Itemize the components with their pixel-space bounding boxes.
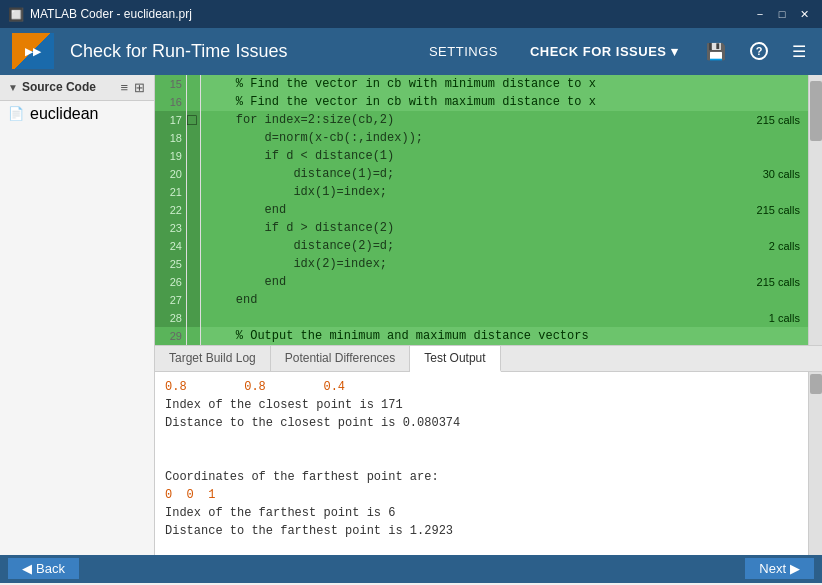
code-line-25: 25 idx(2)=index; — [155, 255, 808, 273]
next-label: Next — [759, 561, 786, 576]
next-arrow-icon: ▶ — [790, 561, 800, 576]
code-line-27: 27 end — [155, 291, 808, 309]
tab-test-output[interactable]: Test Output — [410, 346, 500, 372]
menu-button[interactable]: ☰ — [788, 38, 810, 65]
code-line-16: 16 % Find the vector in cb with maximum … — [155, 93, 808, 111]
code-line-17: 17□ for index=2:size(cb,2)215 calls — [155, 111, 808, 129]
matlab-logo: ▶▶ — [12, 33, 54, 69]
maximize-button[interactable]: □ — [772, 5, 792, 23]
next-button[interactable]: Next ▶ — [745, 558, 814, 579]
sidebar-item-euclidean[interactable]: 📄 euclidean — [0, 101, 154, 127]
back-button[interactable]: ◀ Back — [8, 558, 79, 579]
bottom-bar: ◀ Back Next ▶ — [0, 555, 822, 583]
code-lines: 15 % Find the vector in cb with minimum … — [155, 75, 808, 345]
code-line-22: 22 end215 calls — [155, 201, 808, 219]
settings-button[interactable]: SETTINGS — [421, 40, 506, 63]
code-line-21: 21 idx(1)=index; — [155, 183, 808, 201]
code-line-23: 23 if d > distance(2) — [155, 219, 808, 237]
back-label: Back — [36, 561, 65, 576]
sidebar-list-view-button[interactable]: ≡ — [119, 79, 129, 96]
code-line-29: 29 % Output the minimum and maximum dist… — [155, 327, 808, 345]
back-arrow-icon: ◀ — [22, 561, 32, 576]
output-line: Coordinates of the farthest point are: — [165, 468, 798, 486]
check-issues-label: CHECK FOR ISSUES — [530, 44, 667, 59]
tab-vscrollbar-thumb — [810, 374, 822, 394]
output-line: 0 0 1 — [165, 486, 798, 504]
tabs-header: Target Build Log Potential Differences T… — [155, 346, 822, 372]
title-bar-icon: 🔲 — [8, 7, 24, 22]
output-line — [165, 432, 798, 450]
code-line-18: 18 d=norm(x-cb(:,index)); — [155, 129, 808, 147]
output-line: Index of the closest point is 171 — [165, 396, 798, 414]
output-line: 0.8 0.8 0.4 — [165, 378, 798, 396]
help-button[interactable]: ? — [746, 38, 772, 64]
sidebar-expand-icon: ▼ — [8, 82, 18, 93]
sidebar: ▼ Source Code ≡ ⊞ 📄 euclidean — [0, 75, 155, 555]
code-area: 15 % Find the vector in cb with minimum … — [155, 75, 822, 345]
output-line: Distance to the farthest point is 1.2923 — [165, 522, 798, 540]
tab-potential-differences[interactable]: Potential Differences — [271, 346, 411, 371]
tab-target-build-log[interactable]: Target Build Log — [155, 346, 271, 371]
code-vscrollbar[interactable] — [808, 75, 822, 345]
tab-content: 0.8 0.8 0.4Index of the closest point is… — [155, 372, 822, 555]
editor-panel: 15 % Find the vector in cb with minimum … — [155, 75, 822, 555]
code-line-20: 20 distance(1)=d;30 calls — [155, 165, 808, 183]
code-line-15: 15 % Find the vector in cb with minimum … — [155, 75, 808, 93]
output-line — [165, 450, 798, 468]
sidebar-item-file-icon: 📄 — [8, 106, 24, 121]
save-button[interactable]: 💾 — [702, 38, 730, 65]
sidebar-item-label: euclidean — [30, 105, 99, 123]
code-line-28: 281 calls — [155, 309, 808, 327]
test-output-area[interactable]: 0.8 0.8 0.4Index of the closest point is… — [155, 372, 808, 555]
code-line-26: 26 end215 calls — [155, 273, 808, 291]
title-bar: 🔲 MATLAB Coder - euclidean.prj − □ ✕ — [0, 0, 822, 28]
sidebar-tree-view-button[interactable]: ⊞ — [133, 79, 146, 96]
toolbar-actions: SETTINGS CHECK FOR ISSUES ▾ 💾 ? ☰ — [421, 38, 810, 65]
check-dropdown-icon: ▾ — [671, 44, 679, 59]
main-layout: ▼ Source Code ≡ ⊞ 📄 euclidean 15 % Find … — [0, 75, 822, 555]
code-scroll[interactable]: 15 % Find the vector in cb with minimum … — [155, 75, 808, 345]
check-issues-button[interactable]: CHECK FOR ISSUES ▾ — [522, 40, 686, 63]
output-line: Distance to the closest point is 0.08037… — [165, 414, 798, 432]
code-line-19: 19 if d < distance(1) — [155, 147, 808, 165]
output-line: Index of the farthest point is 6 — [165, 504, 798, 522]
code-line-24: 24 distance(2)=d;2 calls — [155, 237, 808, 255]
sidebar-header-label: Source Code — [22, 80, 96, 94]
toolbar-title: Check for Run-Time Issues — [70, 41, 405, 62]
title-bar-title: MATLAB Coder - euclidean.prj — [30, 7, 192, 21]
minimize-button[interactable]: − — [750, 5, 770, 23]
tabs-panel: Target Build Log Potential Differences T… — [155, 345, 822, 555]
code-vscrollbar-thumb — [810, 81, 822, 141]
sidebar-header: ▼ Source Code ≡ ⊞ — [0, 75, 154, 101]
close-button[interactable]: ✕ — [794, 5, 814, 23]
tab-vscrollbar[interactable] — [808, 372, 822, 555]
toolbar: ▶▶ Check for Run-Time Issues SETTINGS CH… — [0, 28, 822, 75]
